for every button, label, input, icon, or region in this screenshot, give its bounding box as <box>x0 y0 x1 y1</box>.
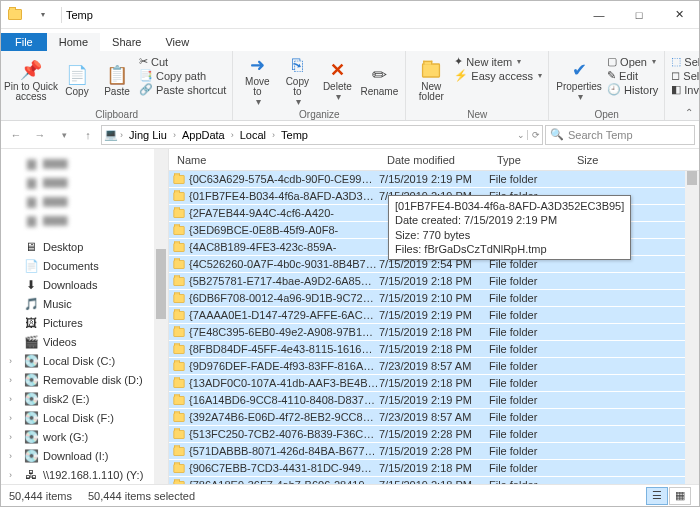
tab-home[interactable]: Home <box>47 33 100 51</box>
select-all-button[interactable]: ⬚Select all <box>671 55 700 68</box>
scroll-thumb[interactable] <box>156 249 166 319</box>
close-button[interactable]: ✕ <box>659 1 699 29</box>
tree-node[interactable]: ›💽work (G:) <box>1 427 168 446</box>
new-item-button[interactable]: ✦New item▾ <box>454 55 542 68</box>
pin-quick-access-button[interactable]: 📌Pin to Quick access <box>5 53 57 107</box>
file-row[interactable]: {786A18E9-36F7-4ab7-B606-28419E7AAE...7/… <box>169 477 699 484</box>
paste-button[interactable]: 📋Paste <box>97 53 137 107</box>
file-row[interactable]: {6DB6F708-0012-4a96-9D1B-9C72CE94EB...7/… <box>169 290 699 307</box>
folder-icon <box>169 361 189 372</box>
file-name: {13ADF0C0-107A-41db-AAF3-BE4BF9749... <box>189 377 379 389</box>
expand-icon[interactable]: › <box>9 470 19 480</box>
recent-button[interactable]: ▾ <box>53 124 75 146</box>
tree-node[interactable]: ▆▆▆▆ <box>1 153 168 172</box>
path-seg[interactable]: Local <box>236 129 270 141</box>
minimize-button[interactable]: — <box>579 1 619 29</box>
file-row[interactable]: {7AAAA0E1-D147-4729-AFFE-6AC5A13233...7/… <box>169 307 699 324</box>
expand-icon[interactable]: › <box>9 356 19 366</box>
expand-icon[interactable]: › <box>9 432 19 442</box>
forward-button[interactable]: → <box>29 124 51 146</box>
shortcut-icon: 🔗 <box>139 83 153 96</box>
tree-node[interactable]: ▆▆▆▆ <box>1 191 168 210</box>
col-name[interactable]: Name <box>169 154 379 166</box>
expand-icon[interactable]: › <box>9 394 19 404</box>
file-row[interactable]: {392A74B6-E06D-4f72-8EB2-9CC87A7AC...7/2… <box>169 409 699 426</box>
refresh-icon[interactable]: ⟳ <box>527 130 540 140</box>
edit-button[interactable]: ✎Edit <box>607 69 658 82</box>
tree-node[interactable]: 🎵Music <box>1 294 168 313</box>
open-button[interactable]: ▢Open▾ <box>607 55 658 68</box>
delete-icon: ✕ <box>325 58 349 82</box>
details-view-button[interactable]: ☰ <box>646 487 668 505</box>
expand-icon[interactable]: › <box>9 413 19 423</box>
file-row[interactable]: {13ADF0C0-107A-41db-AAF3-BE4BF9749...7/1… <box>169 375 699 392</box>
collapse-ribbon-button[interactable]: ⌃ <box>685 107 693 118</box>
path-seg[interactable]: Temp <box>277 129 312 141</box>
tree-node[interactable]: ›💽Removable disk (D:) <box>1 370 168 389</box>
col-type[interactable]: Type <box>489 154 569 166</box>
invert-selection-button[interactable]: ◧Invert selection <box>671 83 700 96</box>
tree-node[interactable]: ›🖧\\192.168.1.110) (Y:) <box>1 465 168 484</box>
tree-scrollbar[interactable] <box>154 149 168 484</box>
expand-icon[interactable]: › <box>9 375 19 385</box>
delete-button[interactable]: ✕Delete▾ <box>317 53 357 107</box>
tree-node[interactable]: 🖼Pictures <box>1 313 168 332</box>
up-button[interactable]: ↑ <box>77 124 99 146</box>
paste-shortcut-button[interactable]: 🔗Paste shortcut <box>139 83 226 96</box>
tree-node[interactable]: ⬇Downloads <box>1 275 168 294</box>
path-seg[interactable]: AppData <box>178 129 229 141</box>
tree-node[interactable]: ›💽disk2 (E:) <box>1 389 168 408</box>
tree-node[interactable]: ›💽Download (I:) <box>1 446 168 465</box>
chevron-right-icon[interactable]: › <box>231 130 234 140</box>
tree-node[interactable]: 🎬Videos <box>1 332 168 351</box>
select-none-button[interactable]: ◻Select none <box>671 69 700 82</box>
move-to-button[interactable]: ➜Move to▾ <box>237 53 277 107</box>
rename-button[interactable]: ✏Rename <box>357 53 401 107</box>
file-row[interactable]: {9D976DEF-FADE-4f93-83FF-816A05BE48...7/… <box>169 358 699 375</box>
new-folder-button[interactable]: New folder <box>410 53 452 107</box>
back-button[interactable]: ← <box>5 124 27 146</box>
tab-file[interactable]: File <box>1 33 47 51</box>
tree-node[interactable]: 🖥Desktop <box>1 237 168 256</box>
file-row[interactable]: {7E48C395-6EB0-49e2-A908-97B15E7A94...7/… <box>169 324 699 341</box>
file-row[interactable]: {0C63A629-575A-4cdb-90F0-CE99EE7562...7/… <box>169 171 699 188</box>
thumbnails-view-button[interactable]: ▦ <box>669 487 691 505</box>
search-input[interactable]: 🔍 Search Temp <box>545 125 695 145</box>
properties-button[interactable]: ✔Properties▾ <box>553 53 605 107</box>
tree-node[interactable]: ›💽Local Disk (F:) <box>1 408 168 427</box>
file-row[interactable]: {571DABBB-8071-426d-84BA-B6778210...7/15… <box>169 443 699 460</box>
copy-path-button[interactable]: 📑Copy path <box>139 69 226 82</box>
scroll-thumb[interactable] <box>687 171 697 185</box>
easy-access-button[interactable]: ⚡Easy access▾ <box>454 69 542 82</box>
tree-node[interactable]: 📄Documents <box>1 256 168 275</box>
maximize-button[interactable]: □ <box>619 1 659 29</box>
tree-node[interactable]: ▆▆▆▆ <box>1 210 168 229</box>
file-type: File folder <box>489 377 569 389</box>
cut-button[interactable]: ✂Cut <box>139 55 226 68</box>
col-size[interactable]: Size <box>569 154 607 166</box>
file-row[interactable]: {513FC250-7CB2-4076-B839-F36CDDB9A...7/1… <box>169 426 699 443</box>
tree-node[interactable]: ▆▆▆▆ <box>1 172 168 191</box>
file-row[interactable]: {906C7EBB-7CD3-4431-81DC-949D259B4...7/1… <box>169 460 699 477</box>
tab-share[interactable]: Share <box>100 33 153 51</box>
path-seg[interactable]: Jing Liu <box>125 129 171 141</box>
tree-node[interactable]: ›💽Local Disk (C:) <box>1 351 168 370</box>
chevron-right-icon[interactable]: › <box>120 130 123 140</box>
file-row[interactable]: {8FBD84DF-45FF-4e43-8115-1616D2A956...7/… <box>169 341 699 358</box>
expand-icon[interactable]: › <box>9 451 19 461</box>
nav-tree[interactable]: ▆▆▆▆▆▆▆▆▆▆▆▆▆▆▆▆🖥Desktop📄Documents⬇Downl… <box>1 149 169 484</box>
chevron-down-icon[interactable]: ▾ <box>34 6 52 24</box>
copy-button[interactable]: 📄Copy <box>57 53 97 107</box>
col-date[interactable]: Date modified <box>379 154 489 166</box>
group-clipboard: 📌Pin to Quick access 📄Copy 📋Paste ✂Cut 📑… <box>1 51 233 120</box>
address-bar[interactable]: 💻 › Jing Liu › AppData › Local › Temp ⌄ … <box>101 125 543 145</box>
chevron-right-icon[interactable]: › <box>272 130 275 140</box>
history-button[interactable]: 🕘History <box>607 83 658 96</box>
scrollbar[interactable] <box>685 171 699 484</box>
file-row[interactable]: {16A14BD6-9CC8-4110-8408-D837AB200...7/1… <box>169 392 699 409</box>
file-row[interactable]: {5B275781-E717-4bae-A9D2-6A85B1DD27...7/… <box>169 273 699 290</box>
chevron-right-icon[interactable]: › <box>173 130 176 140</box>
tab-view[interactable]: View <box>153 33 201 51</box>
dropdown-icon[interactable]: ⌄ <box>517 130 525 140</box>
copy-to-button[interactable]: ⎘Copy to▾ <box>277 53 317 107</box>
